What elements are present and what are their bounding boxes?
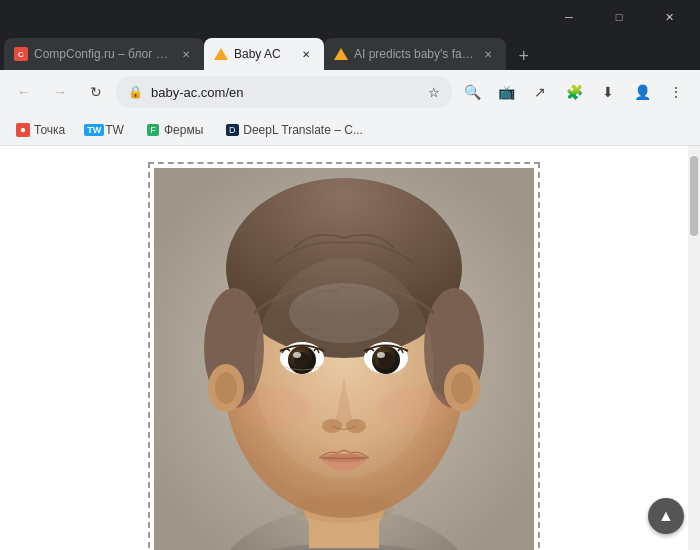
bookmark-fermy[interactable]: F Фермы bbox=[138, 120, 211, 140]
tab-aipredicts[interactable]: AI predicts baby's fa… ✕ bbox=[324, 38, 506, 70]
lock-icon: 🔒 bbox=[128, 85, 143, 99]
svg-point-26 bbox=[254, 258, 434, 478]
toolbar-action-icons: 🔍 📺 ↗ 🧩 ⬇ 👤 ⋮ bbox=[456, 76, 692, 108]
browser-content: ▲ bbox=[0, 146, 700, 550]
tabbar: C CompConfig.ru – блог о настрой ✕ Baby … bbox=[0, 34, 700, 70]
deepl-icon: D bbox=[226, 124, 239, 136]
bookmark-tw[interactable]: TW TW bbox=[79, 120, 132, 140]
download-icon[interactable]: ⬇ bbox=[592, 76, 624, 108]
tab-babyac-close-icon[interactable]: ✕ bbox=[298, 46, 314, 62]
scroll-to-top-button[interactable]: ▲ bbox=[648, 498, 684, 534]
tw-favicon-icon: TW bbox=[87, 123, 101, 137]
tab-babyac-label: Baby AC bbox=[234, 47, 292, 61]
bookmark-tochka[interactable]: ● Точка bbox=[8, 120, 73, 140]
extensions-icon[interactable]: 🧩 bbox=[558, 76, 590, 108]
page-area bbox=[0, 146, 688, 550]
toolbar: ← → ↻ 🔒 baby-ac.com/en ☆ 🔍 📺 ↗ 🧩 ⬇ 👤 ⋮ bbox=[0, 70, 700, 114]
svg-point-10 bbox=[215, 372, 237, 404]
tochka-favicon-icon: ● bbox=[16, 123, 30, 137]
minimize-button[interactable]: ─ bbox=[546, 0, 592, 34]
fermy-favicon-icon: F bbox=[146, 123, 160, 137]
titlebar: ─ □ ✕ bbox=[0, 0, 700, 34]
compconfig-favicon-icon: C bbox=[14, 47, 28, 61]
tab-compconfig[interactable]: C CompConfig.ru – блог о настрой ✕ bbox=[4, 38, 204, 70]
search-icon[interactable]: 🔍 bbox=[456, 76, 488, 108]
bookmark-deepl[interactable]: D DeepL Translate – C... bbox=[217, 120, 371, 140]
svg-point-24 bbox=[294, 493, 394, 523]
maximize-button[interactable]: □ bbox=[596, 0, 642, 34]
bookmark-tw-label: TW bbox=[105, 123, 124, 137]
share-icon[interactable]: ↗ bbox=[524, 76, 556, 108]
image-container bbox=[148, 162, 540, 550]
menu-icon[interactable]: ⋮ bbox=[660, 76, 692, 108]
bookmark-tochka-label: Точка bbox=[34, 123, 65, 137]
close-button[interactable]: ✕ bbox=[646, 0, 692, 34]
baby-face-image bbox=[154, 168, 534, 550]
back-button[interactable]: ← bbox=[8, 76, 40, 108]
bookmarks-bar: ● Точка TW TW F Фермы D DeepL Translate … bbox=[0, 114, 700, 146]
tab-babyac[interactable]: Baby AC ✕ bbox=[204, 38, 324, 70]
svg-point-11 bbox=[451, 372, 473, 404]
address-bar[interactable]: 🔒 baby-ac.com/en ☆ bbox=[116, 76, 452, 108]
tab-aipredicts-close-icon[interactable]: ✕ bbox=[480, 46, 496, 62]
tab-compconfig-label: CompConfig.ru – блог о настрой bbox=[34, 47, 172, 61]
tab-compconfig-close-icon[interactable]: ✕ bbox=[178, 46, 194, 62]
bookmark-star-icon[interactable]: ☆ bbox=[428, 85, 440, 100]
babyac-favicon-icon bbox=[214, 47, 228, 61]
address-text: baby-ac.com/en bbox=[151, 85, 420, 100]
tab-aipredicts-label: AI predicts baby's fa… bbox=[354, 47, 474, 61]
bookmark-deepl-label: DeepL Translate – C... bbox=[243, 123, 363, 137]
scrollbar-thumb[interactable] bbox=[690, 156, 698, 236]
new-tab-button[interactable]: + bbox=[510, 42, 538, 70]
forward-button[interactable]: → bbox=[44, 76, 76, 108]
profile-icon[interactable]: 👤 bbox=[626, 76, 658, 108]
aipredicts-favicon-icon bbox=[334, 47, 348, 61]
tw-icon: TW bbox=[84, 124, 104, 136]
screen-cast-icon[interactable]: 📺 bbox=[490, 76, 522, 108]
bookmark-fermy-label: Фермы bbox=[164, 123, 203, 137]
farms-icon: F bbox=[147, 124, 159, 136]
scrollbar[interactable] bbox=[688, 146, 700, 550]
deepl-favicon-icon: D bbox=[225, 123, 239, 137]
reload-button[interactable]: ↻ bbox=[80, 76, 112, 108]
window-controls: ─ □ ✕ bbox=[546, 0, 692, 34]
